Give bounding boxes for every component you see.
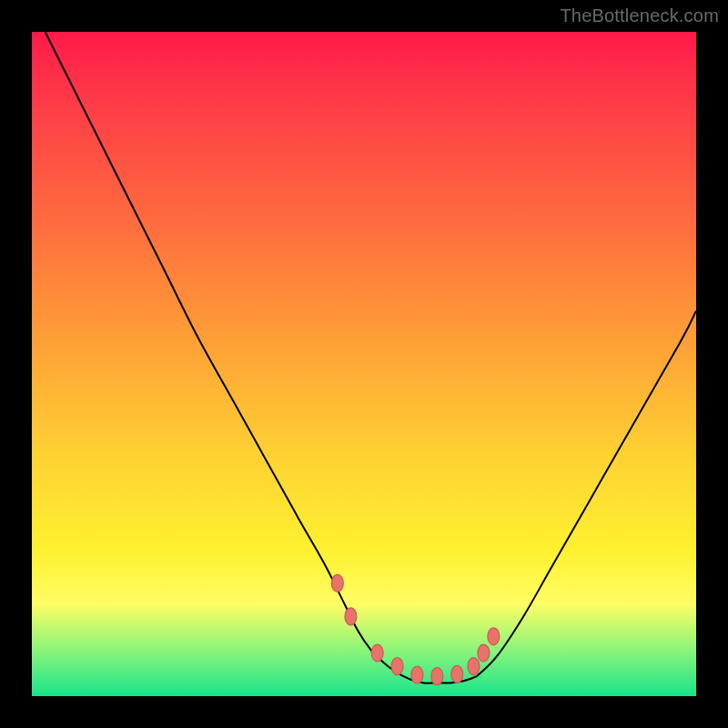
marker-dot [451,665,463,682]
marker-dot [371,644,383,662]
chart-frame: TheBottleneck.com [0,0,728,728]
marker-dot [331,574,343,592]
marker-dot [345,608,357,625]
marker-dot [468,658,480,675]
curve-left-branch [46,32,411,680]
chart-svg [32,32,696,696]
marker-dot [478,644,490,662]
plot-area [32,32,696,696]
marker-dot [391,658,403,675]
marker-dot [431,668,443,685]
watermark-text: TheBottleneck.com [560,5,719,26]
marker-dot [411,666,423,683]
curve-right-branch [477,311,696,676]
marker-dot [488,628,500,645]
